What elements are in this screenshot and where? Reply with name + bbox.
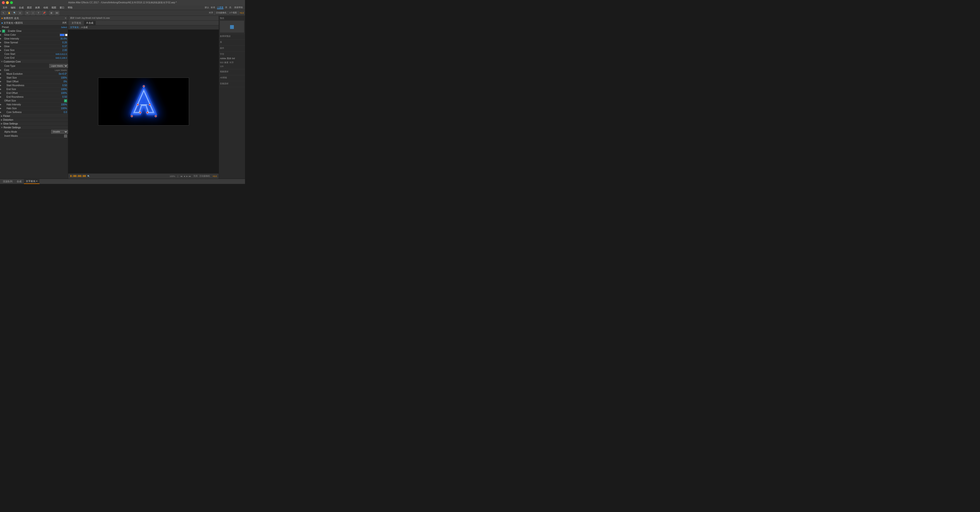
text-tool[interactable]: T bbox=[36, 11, 41, 15]
close-button[interactable] bbox=[2, 1, 5, 4]
tab-text-glow-timeline[interactable]: 文字发光 × bbox=[24, 179, 40, 184]
tab-composite[interactable]: 合成 bbox=[15, 179, 24, 184]
enable-glow-row[interactable]: ▶ Enable Glow bbox=[0, 29, 68, 33]
glow-color-row[interactable]: ▶ Glow Color bbox=[0, 33, 68, 37]
offset-size-checkbox[interactable] bbox=[64, 99, 67, 102]
halo-size-row[interactable]: ▶ Halo Size 100% bbox=[0, 107, 68, 110]
render-settings-header[interactable]: ▼ Render Settings bbox=[0, 126, 68, 129]
preview-controls: 0:00:00:00 🔍 100% | ⏮ ◄ ► ⏭ 充填 活动摄像机 +0.… bbox=[68, 173, 219, 179]
tab-render-queue[interactable]: 渲染队列 bbox=[1, 179, 14, 184]
enable-glow-checkbox[interactable] bbox=[2, 30, 5, 33]
glow-color-swatch-blue[interactable] bbox=[60, 34, 65, 36]
end-roundness-arrow: ▶ bbox=[0, 96, 2, 98]
title-bar: Adobe After Effects CC 2017 - /Users/lin… bbox=[0, 0, 245, 5]
end-size-label: End Size bbox=[2, 88, 54, 91]
invert-masks-label: Invert Masks bbox=[0, 135, 64, 137]
invert-masks-row[interactable]: Invert Masks bbox=[0, 134, 68, 138]
menu-window[interactable]: 窗口 bbox=[58, 5, 66, 10]
glow-label: Glow bbox=[2, 45, 54, 48]
end-roundness-value[interactable]: 0.50 bbox=[54, 96, 68, 98]
start-offset-value[interactable]: 0% bbox=[54, 80, 68, 83]
camera-tool[interactable]: ⊙ bbox=[18, 11, 22, 15]
core-end-value[interactable]: 640.0,108.0 bbox=[54, 57, 68, 59]
minimize-button[interactable] bbox=[6, 1, 9, 4]
select-tool[interactable]: ↖ bbox=[1, 11, 6, 15]
right-font-size-label: 503 像素 bbox=[220, 61, 229, 64]
pin-tool[interactable]: 📌 bbox=[41, 11, 46, 15]
alpha-mode-row[interactable]: Alpha Mode Disable Enable bbox=[0, 129, 68, 134]
halo-size-value[interactable]: 100% bbox=[54, 107, 68, 110]
breadcrumb-comp1[interactable]: 文字发光 bbox=[70, 26, 79, 29]
menu-edit[interactable]: 编辑 bbox=[10, 5, 17, 10]
glow-color-swatch-white[interactable] bbox=[65, 34, 67, 36]
frame-search-icon[interactable]: 🔍 bbox=[88, 175, 90, 177]
3d-tool[interactable]: 3D bbox=[54, 11, 59, 15]
menu-anim[interactable]: 动画 bbox=[42, 5, 49, 10]
snap-tool[interactable]: ⊞ bbox=[49, 11, 54, 15]
layer-info-bar: ■ 文字发光 • 图层01 关闭 bbox=[0, 21, 68, 26]
core-size-row[interactable]: ▶ Core Size 2.00 bbox=[0, 48, 68, 52]
end-size-value[interactable]: 100% bbox=[54, 88, 68, 91]
menu-layer[interactable]: 图层 bbox=[25, 5, 33, 10]
glow-spread-value[interactable]: 0.26 bbox=[54, 41, 68, 44]
menu-effects[interactable]: 效果 bbox=[34, 5, 41, 10]
breadcrumb-comp2[interactable]: A 合成 bbox=[81, 26, 88, 29]
glow-value[interactable]: 0.37 bbox=[54, 45, 68, 48]
glow-intensity-row[interactable]: ▶ Glow Intensity 30.0% bbox=[0, 37, 68, 41]
halo-intensity-row[interactable]: ▶ Halo Intensity 100% bbox=[0, 103, 68, 107]
mask-tool[interactable]: □ bbox=[30, 11, 35, 15]
menu-help[interactable]: 帮助 bbox=[66, 5, 74, 10]
hand-tool[interactable]: ✋ bbox=[7, 11, 11, 15]
start-roundness-row[interactable]: ▶ Start Roundness 0.50 bbox=[0, 84, 68, 88]
distortion-header[interactable]: ▶ Distortion bbox=[0, 118, 68, 122]
glow-row[interactable]: ▶ Glow 0.37 bbox=[0, 45, 68, 48]
glow-settings-header[interactable]: ▶ Glow Settings bbox=[0, 122, 68, 126]
invert-masks-checkbox[interactable] bbox=[64, 135, 67, 137]
play-controls[interactable]: ⏮ ◄ ► ⏭ bbox=[180, 175, 191, 177]
zoom-level[interactable]: 100% bbox=[170, 175, 175, 177]
menu-view[interactable]: 视图 bbox=[50, 5, 58, 10]
glow-spread-row[interactable]: ▶ Glow Spread 0.26 bbox=[0, 41, 68, 45]
halo-intensity-value[interactable]: 100% bbox=[54, 103, 68, 106]
menu-file[interactable]: 文件 bbox=[1, 5, 9, 10]
core-type-select[interactable]: Layer Masks Path bbox=[49, 64, 68, 68]
core-type-row[interactable]: Core Type Layer Masks Path bbox=[0, 64, 68, 68]
start-offset-row[interactable]: ▶ Start Offset 0% bbox=[0, 80, 68, 84]
breadcrumb-sep: › bbox=[80, 26, 80, 29]
core-softness-value[interactable]: 0.0 bbox=[54, 111, 68, 113]
tab-text-glow[interactable]: 文字发光 bbox=[69, 21, 83, 25]
maximize-button[interactable] bbox=[10, 1, 13, 4]
mask-evolution-value[interactable]: 0x+0.0° bbox=[54, 73, 68, 75]
start-size-value[interactable]: 100% bbox=[54, 77, 68, 79]
core-softness-row[interactable]: ▶ Core Softness 0.0 bbox=[0, 110, 68, 114]
core-start-label: Core Start bbox=[0, 53, 54, 55]
window-controls[interactable] bbox=[2, 1, 13, 4]
pen-tool[interactable]: ✏ bbox=[25, 11, 30, 15]
preset-value[interactable]: Select bbox=[61, 26, 68, 29]
preview-time: 0:00:00:00 bbox=[70, 175, 86, 178]
core-start-value[interactable]: 648.0,612.0 bbox=[54, 53, 68, 55]
halo-size-arrow: ▶ bbox=[0, 107, 2, 109]
panel-close-btn[interactable]: ✕ bbox=[65, 17, 67, 19]
start-roundness-value[interactable]: 0.50 bbox=[54, 84, 68, 87]
end-offset-row[interactable]: ▶ End Offset 100% bbox=[0, 91, 68, 95]
mask-evolution-row[interactable]: ▶ Mask Evolution 0x+0.0° bbox=[0, 72, 68, 76]
end-offset-value[interactable]: 100% bbox=[54, 92, 68, 94]
start-size-row[interactable]: ▶ Start Size 100% bbox=[0, 76, 68, 80]
end-roundness-row[interactable]: ▶ End Roundness 0.50 bbox=[0, 95, 68, 99]
right-audio: 音频器材 bbox=[219, 81, 245, 87]
tab-a-comp[interactable]: A 合成 bbox=[84, 21, 96, 25]
customize-core-header[interactable]: ▼ Customize Core bbox=[0, 60, 68, 64]
start-offset-arrow: ▶ bbox=[0, 80, 2, 83]
glow-intensity-value[interactable]: 30.0% bbox=[54, 37, 68, 40]
offset-size-label: Offset Size bbox=[0, 99, 64, 102]
preset-row: Preset Select bbox=[0, 26, 68, 29]
flicker-header[interactable]: ▶ Flicker bbox=[0, 114, 68, 118]
core-size-value[interactable]: 2.00 bbox=[54, 49, 68, 51]
zoom-tool[interactable]: 🔍 bbox=[12, 11, 17, 15]
right-effects-title: 效果和预设 bbox=[220, 35, 244, 38]
end-size-row[interactable]: ▶ End Size 100% bbox=[0, 88, 68, 91]
alpha-mode-select[interactable]: Disable Enable bbox=[51, 130, 68, 134]
menu-comp[interactable]: 合成 bbox=[18, 5, 25, 10]
offset-size-row[interactable]: Offset Size bbox=[0, 99, 68, 103]
